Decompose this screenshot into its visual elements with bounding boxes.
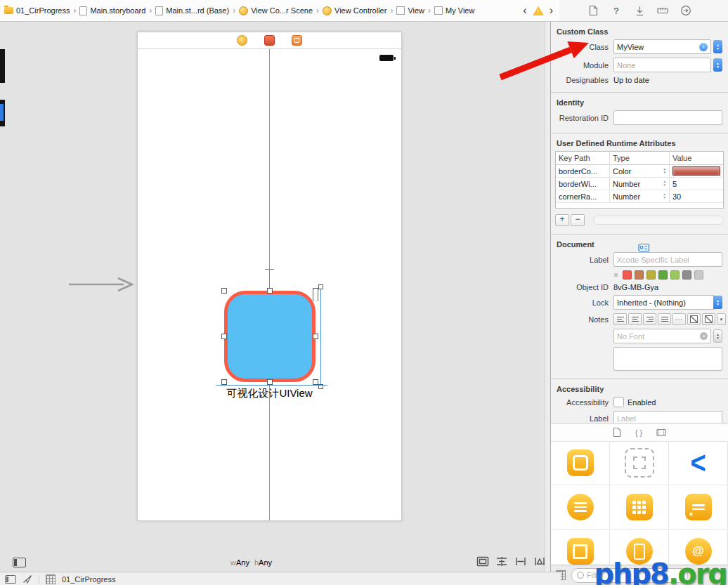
media-library-icon[interactable] [656, 428, 666, 437]
divider [551, 234, 728, 235]
clear-color-icon[interactable]: × [613, 271, 618, 280]
resize-handle[interactable] [221, 288, 227, 294]
library-item-view[interactable] [551, 441, 610, 485]
lock-dropdown[interactable]: Inherited - (Nothing) [613, 295, 715, 310]
breadcrumb-item-storyboard-base[interactable]: Main.st...rd (Base) [155, 6, 229, 15]
breadcrumb-item-project[interactable]: 01_CirProgress [4, 6, 70, 15]
notes-textarea[interactable] [613, 347, 722, 371]
file-inspector-icon[interactable] [587, 4, 599, 17]
object-id-label: Object ID [557, 283, 613, 291]
value-cell[interactable]: 30 [670, 190, 723, 202]
library-item-placeholder[interactable] [610, 441, 669, 485]
lock-dropdown-button[interactable]: ▲▼ [713, 296, 722, 309]
add-attribute-button[interactable]: + [555, 214, 569, 226]
doc-color-swatch[interactable] [646, 270, 656, 280]
doc-color-swatch[interactable] [658, 270, 668, 280]
library-item-navigation-back[interactable]: < [669, 441, 728, 485]
accessibility-label-field[interactable]: Label [613, 411, 722, 423]
type-stepper-icon[interactable]: ▲▼ [663, 168, 666, 174]
resize-handle[interactable] [313, 288, 318, 301]
breadcrumb-item-storyboard[interactable]: Main.storyboard [79, 6, 145, 15]
align-icon[interactable] [495, 556, 508, 567]
module-field[interactable]: None [613, 58, 711, 72]
class-field[interactable]: MyView › [613, 39, 711, 54]
runtime-attributes-table[interactable]: Key Path Type Value borderCo... Color ▲▼… [555, 151, 724, 209]
doc-color-swatch[interactable] [670, 270, 680, 280]
table-row[interactable]: borderWi... Number ▲▼ 5 [556, 178, 723, 190]
document-outline-toggle-icon[interactable] [13, 558, 26, 567]
breadcrumb-item-scene[interactable]: View Co...r Scene [239, 6, 313, 15]
attributes-inspector-icon[interactable] [633, 4, 646, 17]
embed-in-stack-icon[interactable] [476, 556, 489, 567]
storyboard-entry-arrow[interactable] [67, 276, 136, 293]
clear-font-icon[interactable]: × [700, 332, 708, 340]
type-cell[interactable]: Color ▲▼ [610, 165, 670, 177]
doc-color-swatch[interactable] [623, 270, 632, 280]
window-layout-icon[interactable] [5, 575, 16, 584]
doc-color-swatch[interactable] [682, 270, 691, 280]
library-item-cell-star[interactable]: ★ [669, 485, 728, 530]
view-controller-icon[interactable] [237, 35, 247, 46]
my-view-square[interactable] [224, 291, 316, 382]
code-snippet-library-icon[interactable]: { } [635, 428, 642, 437]
more-styles-icon[interactable]: ▼ [717, 313, 726, 325]
value-cell[interactable]: 5 [670, 178, 723, 190]
enabled-checkbox[interactable] [613, 397, 624, 407]
restoration-id-field[interactable] [613, 110, 722, 125]
uiview-caption-label[interactable]: 可视化设计UIView [138, 387, 401, 400]
accessibility-section-title: Accessibility [557, 385, 722, 393]
size-inspector-icon[interactable] [656, 4, 669, 17]
library-item-label[interactable] [551, 485, 610, 530]
breadcrumb-item-my-view[interactable]: My View [434, 6, 474, 15]
warning-icon[interactable]: ! [533, 6, 544, 15]
dash-style-icon[interactable]: --- [672, 313, 686, 325]
quick-help-inspector-icon[interactable]: ? [610, 4, 623, 17]
type-cell[interactable]: Number ▲▼ [610, 190, 670, 202]
font-field[interactable]: No Font × [613, 329, 711, 343]
exit-icon[interactable] [292, 35, 302, 46]
jump-to-class-icon[interactable]: › [699, 43, 708, 51]
align-right-icon[interactable] [643, 313, 656, 325]
value-cell[interactable] [670, 165, 723, 177]
size-class-bar[interactable]: wAnyhAny [230, 558, 277, 567]
type-stepper-icon[interactable]: ▲▼ [663, 180, 666, 187]
breadcrumb-item-view[interactable]: View [396, 6, 424, 15]
resize-handle[interactable] [313, 379, 318, 385]
first-responder-icon[interactable] [264, 35, 275, 46]
key-path-cell[interactable]: borderCo... [556, 165, 610, 177]
pattern-style-icon[interactable] [702, 313, 715, 325]
color-swatch[interactable] [672, 166, 720, 176]
class-dropdown-button[interactable]: ▲▼ [713, 40, 722, 53]
pattern-style-icon[interactable] [687, 313, 701, 325]
table-scrollbar[interactable] [593, 216, 724, 225]
document-label-field[interactable]: Xcode Specific Label [613, 252, 722, 267]
table-row[interactable]: borderCo... Color ▲▼ [556, 165, 723, 178]
project-grid-icon[interactable] [46, 574, 56, 584]
forward-button[interactable]: › [550, 5, 553, 16]
align-justify-icon[interactable] [658, 313, 671, 325]
type-cell[interactable]: Number ▲▼ [610, 178, 670, 190]
key-path-cell[interactable]: borderWi... [556, 178, 610, 190]
file-template-library-icon[interactable] [613, 427, 621, 438]
key-path-cell[interactable]: cornerRa... [556, 190, 610, 202]
send-icon[interactable] [22, 574, 32, 584]
breadcrumb-item-view-controller[interactable]: View Controller [323, 6, 386, 15]
view-controller-scene[interactable]: 可视化设计UIView [137, 32, 402, 521]
module-dropdown-button[interactable]: ▲▼ [713, 58, 722, 72]
resize-handle[interactable] [221, 379, 227, 385]
remove-attribute-button[interactable]: − [571, 214, 585, 226]
pin-icon[interactable] [514, 556, 527, 567]
table-row[interactable]: cornerRa... Number ▲▼ 30 [556, 190, 723, 203]
library-item-collection-view[interactable] [610, 485, 669, 530]
doc-color-swatch[interactable] [635, 270, 644, 280]
align-left-icon[interactable] [613, 313, 627, 325]
root-view[interactable]: 可视化设计UIView [138, 48, 401, 520]
doc-color-swatch[interactable] [694, 270, 703, 280]
type-stepper-icon[interactable]: ▲▼ [663, 193, 666, 199]
font-size-stepper[interactable]: ▲▼ [713, 329, 722, 343]
storyboard-canvas[interactable]: 可视化设计UIView wAnyhAny [0, 21, 551, 572]
status-project-name[interactable]: 01_CirProgress [62, 575, 115, 584]
connections-inspector-icon[interactable] [680, 4, 692, 17]
back-button[interactable]: ‹ [523, 5, 526, 16]
align-center-icon[interactable] [628, 313, 642, 325]
